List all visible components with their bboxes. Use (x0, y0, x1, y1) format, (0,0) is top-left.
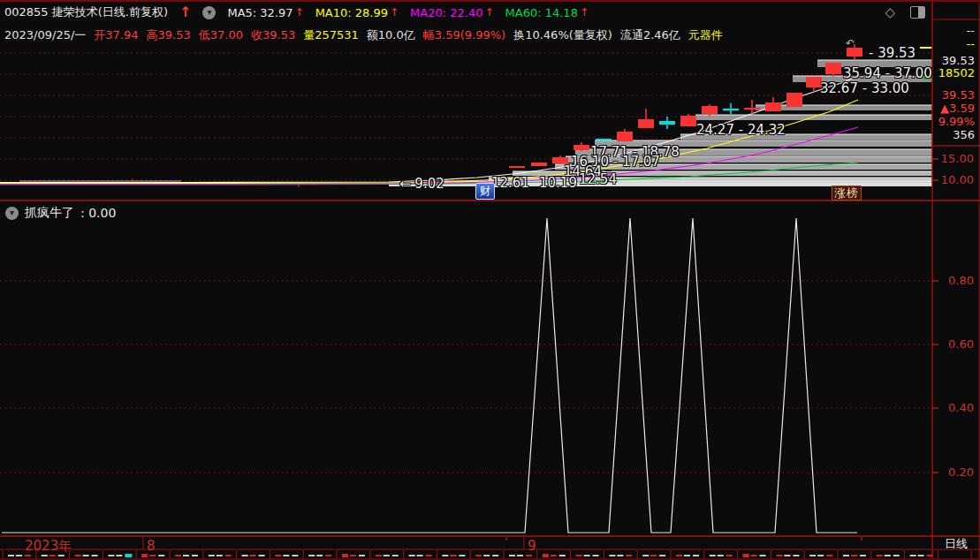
minibar-mark (325, 555, 331, 556)
price-label: 35.94 - 37.00 (843, 65, 932, 81)
quote-panel: ----39.531850239.53▲3.599.99%35615.0010.… (933, 0, 979, 560)
indicator-line (2, 218, 857, 533)
ma10-label: MA10: 28.99 (315, 6, 388, 19)
range-value: 幅3.59(9.99%) (423, 27, 505, 43)
candle (659, 121, 675, 125)
minibar-mark (893, 555, 900, 556)
indicator-axis-label: 0.20 (948, 466, 974, 479)
quote-value: ▲3.59 (940, 102, 975, 115)
minibar-mark (809, 555, 816, 556)
quote-value: 9.99% (938, 115, 975, 128)
price-axis-label: 15.00 (941, 153, 974, 165)
price-label: 12.61 (491, 175, 529, 191)
candle (617, 132, 633, 141)
minibar-mark (650, 555, 657, 556)
trading-terminal-window: 002855 捷荣技术(日线.前复权) ↑ ▾ MA5: 32.97 ↑ MA1… (0, 0, 980, 560)
minibar-mark (776, 555, 782, 556)
indicator-axis-label: 0.80 (948, 275, 974, 287)
minibar-mark (851, 555, 857, 556)
minibar-mark (175, 555, 181, 556)
minibar-mark (543, 554, 549, 557)
minibar-mark (817, 555, 824, 556)
timeline-month-8: 8 (147, 538, 156, 554)
minibar-mark (609, 555, 615, 556)
platform-band (695, 115, 932, 120)
minibar-mark (141, 554, 148, 557)
adjust-marker-icon: ↶ (846, 37, 855, 49)
timeline-month-9: 9 (528, 538, 536, 554)
minibar-mark (517, 555, 523, 556)
minibar-mark (116, 555, 122, 556)
quote-value: -- (967, 37, 975, 50)
minibar-mark (259, 555, 265, 556)
minibar-mark (885, 555, 891, 556)
price-label: ← 9.02 (399, 176, 444, 192)
minibar-mark (83, 555, 89, 556)
minibar-mark (392, 555, 399, 556)
minibar-mark (42, 555, 48, 556)
minibar-mark (509, 555, 515, 556)
low-value: 低37.00 (199, 27, 243, 43)
minibar-mark (483, 555, 490, 556)
price-label: 32.67 - 33.00 (820, 80, 909, 96)
minibar-mark (642, 555, 649, 556)
minibar-mark (910, 555, 916, 556)
ma5-indicator: MA5: 32.97 ↑ (227, 6, 303, 19)
minibar-mark (927, 555, 933, 556)
candle (786, 93, 802, 107)
quote-value: 39.53 (942, 88, 975, 102)
price-label: 12.54 (579, 171, 617, 187)
minibar-mark (551, 555, 557, 556)
price-label: 24.27 - 24.32 (696, 122, 786, 138)
rank-list-badge[interactable]: 涨榜 (832, 185, 862, 201)
minibar-mark (877, 555, 883, 556)
candle (531, 163, 547, 166)
quote-value: 18502 (938, 66, 975, 79)
minibar-mark (292, 555, 298, 556)
sector-link[interactable]: 元器件 (688, 27, 723, 43)
minibar-mark (492, 555, 498, 556)
minibar-mark (242, 555, 248, 556)
minibar-mark (826, 555, 832, 556)
indicator-chevron-icon[interactable]: ▾ (5, 207, 19, 220)
minibar-mark (316, 555, 323, 556)
diamond-icon[interactable]: ◇ (885, 4, 895, 20)
volume-value: 量257531 (303, 27, 359, 43)
candle (744, 108, 760, 110)
minibar-mark (843, 555, 849, 556)
minibar-mark (743, 554, 749, 557)
ma60-label: MA60: 14.18 (505, 6, 578, 19)
minibar-mark (108, 555, 114, 556)
minibar-mark (342, 554, 348, 557)
candle (638, 119, 654, 128)
candle (825, 63, 841, 74)
daily-info-bar: 2023/09/25/一 开37.94 高39.53 低37.00 收39.53… (4, 27, 928, 43)
minibar-mark (183, 555, 189, 556)
open-value: 开37.94 (94, 27, 138, 43)
period-selector[interactable]: 日线 (933, 537, 979, 550)
candle (765, 102, 781, 111)
minibar-mark (275, 555, 281, 556)
split-window-icon[interactable] (910, 6, 925, 19)
minibar-mark (726, 555, 733, 556)
collapse-chevron-icon[interactable]: ▾ (202, 6, 216, 19)
candle (574, 145, 589, 150)
trend-up-icon: ↑ (179, 6, 191, 19)
minibar-mark (626, 555, 632, 556)
minibar-mark (49, 555, 56, 556)
indicator-axis-label: 0.40 (948, 402, 974, 414)
minibar-mark (475, 555, 482, 556)
minibar-mark (75, 555, 81, 556)
minibar-mark (559, 555, 566, 556)
minibar-mark (784, 555, 790, 556)
price-axis-label: 10.00 (941, 174, 974, 186)
minibar-mark (308, 555, 315, 556)
high-value: 高39.53 (147, 27, 191, 43)
minibar-mark (459, 555, 465, 556)
minibar-mark (92, 555, 98, 556)
date-label: 2023/09/25/一 (4, 27, 86, 43)
minibar-mark (16, 555, 22, 556)
minibar-mark (417, 555, 423, 556)
candle (680, 116, 696, 126)
price-label: - 39.53 (869, 45, 915, 61)
